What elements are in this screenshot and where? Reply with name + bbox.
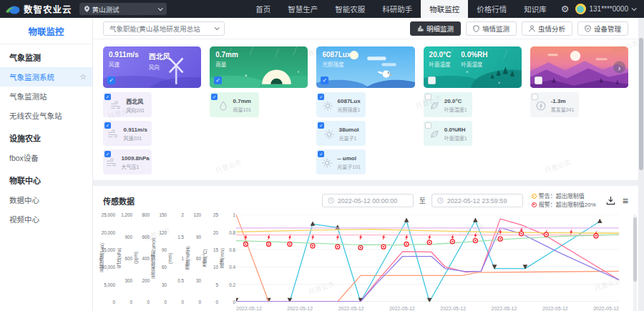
tile-checkbox[interactable] bbox=[532, 94, 538, 100]
nav-item-production[interactable]: 智慧生产 bbox=[279, 0, 326, 18]
weather-cards: 0.911m/s风速 西北风风向 ✓ 0.7mm雨量 ✓ bbox=[103, 46, 628, 88]
tile-checkbox[interactable]: ✓ bbox=[318, 151, 324, 157]
user-menu[interactable]: 131****0000 bbox=[575, 4, 644, 14]
tile-value: 0.7mm bbox=[233, 98, 252, 104]
tile-label: 风速201 bbox=[123, 134, 147, 142]
sidebar: 物联监控 气象监测 气象监测系统 ☆ 气象监测站 无线农业气象站 设施农业 fb… bbox=[0, 18, 93, 311]
tile-checkbox[interactable] bbox=[425, 122, 431, 129]
warn-legend-label: 警告：超出限制值 bbox=[539, 192, 585, 201]
star-icon[interactable]: ☆ bbox=[79, 72, 87, 82]
tile-value: 1009.8hPa bbox=[122, 155, 150, 162]
card-leaf[interactable]: 20.0°C叶面温度 0.0%RH叶面湿度 ✓ bbox=[424, 46, 522, 88]
y-axis-title: 光照强度(Lux) bbox=[99, 214, 104, 302]
sidebar-item-fbox[interactable]: fbox设备 bbox=[0, 148, 92, 167]
tile-checkbox[interactable]: ✓ bbox=[104, 94, 111, 100]
card-sunset[interactable]: ✓ › bbox=[530, 46, 628, 88]
sidebar-item-weather-station[interactable]: 气象监测站 bbox=[0, 87, 92, 106]
y-axis-tick: 0 bbox=[181, 300, 184, 305]
card-rain[interactable]: 0.7mm雨量 ✓ bbox=[210, 46, 308, 88]
tile-label: 光照强度1 bbox=[338, 106, 361, 113]
y-axis-tick: 90 bbox=[162, 247, 167, 252]
detail-monitor-button[interactable]: 明细监测 bbox=[410, 21, 461, 36]
date-from-input[interactable]: 2022-05-12 00:00:00 bbox=[322, 194, 414, 207]
person-icon bbox=[529, 25, 535, 32]
sidebar-item-wireless-station[interactable]: 无线农业气象站 bbox=[0, 106, 92, 125]
nav-item-iot-monitor[interactable]: 物联监控 bbox=[421, 0, 468, 18]
tile-group-misc: -1.3m蒸发量241 bbox=[530, 92, 628, 174]
next-card-button[interactable]: › bbox=[613, 61, 625, 74]
tile-checkbox[interactable]: ✓ bbox=[104, 151, 111, 157]
y-axis-tick: 800 bbox=[142, 212, 150, 217]
tile-value: 6087Lux bbox=[338, 98, 361, 104]
tile-checkbox[interactable]: ✓ bbox=[211, 94, 218, 100]
gear-icon[interactable]: ⚙ bbox=[555, 4, 575, 14]
scrollbar-thumb[interactable] bbox=[639, 38, 643, 170]
card-checkbox[interactable]: ✓ bbox=[428, 76, 436, 84]
nav-item-price[interactable]: 价格行情 bbox=[468, 0, 515, 18]
nav-item-research[interactable]: 科研助手 bbox=[374, 0, 421, 18]
y-axis-tick: 10,000 bbox=[102, 265, 115, 270]
y-axis-tick: 0.8 bbox=[229, 229, 235, 235]
card-checkbox[interactable]: ✓ bbox=[214, 76, 222, 84]
y-axis-tick: 300 bbox=[125, 277, 132, 282]
y-axis: 湿度(%RH)1209060300 bbox=[185, 214, 202, 302]
toolbar: 气象职能(黄山基地研发用总站 明细监测 墒情监测 虫情分析 bbox=[93, 18, 638, 39]
y-axis: 光合有效辐射(umol)1501209060300 bbox=[150, 214, 167, 302]
tile-checkbox[interactable]: ✓ bbox=[318, 94, 324, 100]
sensor-tile[interactable]: 0.0%RH叶面湿度1 bbox=[424, 121, 472, 146]
metric-value: 0.7mm bbox=[215, 51, 238, 59]
sidebar-item-weather-system[interactable]: 气象监测系统 ☆ bbox=[0, 67, 92, 87]
button-label: 设备管理 bbox=[594, 24, 621, 34]
sensor-tile[interactable]: ✓1009.8hPa大气压1 bbox=[103, 149, 152, 174]
chart-scrollbar[interactable] bbox=[633, 214, 637, 311]
sensor-tile[interactable]: -1.3m蒸发量241 bbox=[530, 92, 579, 117]
soil-monitor-button[interactable]: 墒情监测 bbox=[466, 21, 517, 36]
monitor-panel: 气象职能(黄山基地研发用总站 明细监测 墒情监测 虫情分析 bbox=[93, 18, 638, 180]
y-axis-tick: 0.2 bbox=[229, 282, 235, 287]
metric-value: 6087Lux bbox=[322, 51, 351, 59]
sensor-tile[interactable]: ✓6087Lux光照强度1 bbox=[316, 92, 365, 117]
plot-area[interactable]: 2022-05-122022-05-122022-05-122022-05-12… bbox=[236, 214, 619, 311]
sensor-tile[interactable]: ✓0.7mm雨量101 bbox=[210, 92, 258, 117]
nav-item-agriservice[interactable]: 智能农服 bbox=[326, 0, 374, 18]
sidebar-item-video-center[interactable]: 视频中心 bbox=[0, 209, 92, 229]
wind-icon bbox=[106, 157, 117, 169]
tile-group-leaf: 20.0°C叶面温度10.0%RH叶面湿度1 bbox=[424, 92, 522, 174]
y-axis-title: 光合有效辐射(umol) bbox=[150, 214, 156, 302]
list-view-icon[interactable]: ≡ bbox=[623, 195, 628, 207]
tile-label: 光量子101 bbox=[337, 163, 361, 170]
y-axis-tick: 1,200 bbox=[121, 212, 132, 217]
y-axis-title: 气压(kPa) bbox=[116, 214, 122, 302]
nav-item-knowledge[interactable]: 知识库 bbox=[515, 0, 555, 18]
sensor-tile[interactable]: ✓38umol光量子1 bbox=[316, 121, 365, 146]
card-checkbox[interactable]: ✓ bbox=[535, 76, 542, 84]
tile-checkbox[interactable]: ✓ bbox=[318, 122, 324, 129]
pest-analysis-button[interactable]: 虫情分析 bbox=[522, 21, 572, 36]
y-axes: 光照强度(Lux)25,00020,00015,00010,0005,0000气… bbox=[99, 214, 236, 302]
sensor-tile[interactable]: 20.0°C叶面温度1 bbox=[424, 92, 472, 117]
card-light[interactable]: 6087Lux光照强度 ✓ bbox=[316, 46, 414, 88]
tile-checkbox[interactable]: ✓ bbox=[104, 122, 111, 129]
nav-item-home[interactable]: 首页 bbox=[247, 0, 279, 18]
y-axis-tick: 20,000 bbox=[102, 229, 115, 235]
tile-group-wind: ✓西北风风向201✓0.911m/s风速201✓1009.8hPa大气压1 bbox=[103, 92, 201, 174]
sidebar-item-data-center[interactable]: 数据中心 bbox=[0, 190, 92, 209]
sensor-tile[interactable]: ✓-- umol光量子101 bbox=[316, 149, 365, 174]
y-axis-tick: 90 bbox=[196, 234, 201, 239]
sensor-tile[interactable]: ✓0.911m/s风速201 bbox=[103, 121, 152, 146]
card-checkbox[interactable]: ✓ bbox=[107, 76, 115, 84]
y-axis: 风速(m/s)10.80.60.40.20 bbox=[219, 214, 236, 302]
y-axis-title: (mm) bbox=[167, 214, 173, 302]
date-to-input[interactable]: 2022-05-12 23:59:59 bbox=[431, 194, 523, 207]
sensor-tile[interactable]: ✓西北风风向201 bbox=[103, 92, 152, 117]
page-scrollbar[interactable] bbox=[638, 18, 644, 311]
card-checkbox[interactable]: ✓ bbox=[321, 76, 328, 84]
device-manage-button[interactable]: 设备管理 bbox=[577, 21, 628, 36]
y-axis-tick: 0 bbox=[164, 300, 167, 305]
tile-checkbox[interactable] bbox=[425, 94, 431, 100]
location-select[interactable]: 黄山测试 bbox=[79, 3, 167, 15]
card-wind[interactable]: 0.911m/s风速 西北风风向 ✓ bbox=[103, 46, 201, 88]
station-select[interactable]: 气象职能(黄山基地研发用总站 bbox=[103, 21, 225, 36]
y-axis-tick: 10 bbox=[213, 265, 218, 270]
download-icon[interactable] bbox=[606, 196, 615, 205]
